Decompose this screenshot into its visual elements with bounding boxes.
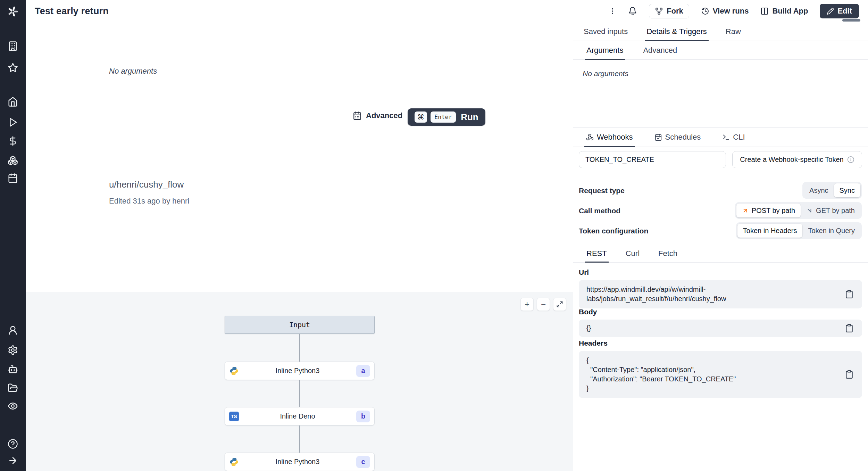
python-icon [229, 457, 239, 467]
typescript-icon: TS [229, 412, 239, 421]
copy-headers-button[interactable] [845, 370, 854, 379]
flow-path: u/henri/cushy_flow [109, 179, 184, 190]
headers-box: { "Content-Type": "application/json", "A… [579, 351, 862, 398]
graph-node-b[interactable]: TS Inline Deno b [225, 407, 375, 425]
node-id-badge: b [356, 411, 370, 422]
tab-fetch[interactable]: Fetch [657, 245, 678, 262]
fork-button[interactable]: Fork [649, 4, 689, 18]
graph-zoom-controls: + − [520, 298, 566, 311]
graph-node-c[interactable]: Inline Python3 c [225, 453, 375, 471]
windmill-flow-page: Test early return Fork View runs Build A… [0, 0, 868, 471]
view-runs-button[interactable]: View runs [701, 7, 749, 16]
calendar-check-icon [654, 133, 662, 141]
sidebar-divider [0, 82, 26, 82]
run-label: Run [461, 112, 478, 123]
zoom-in-button[interactable]: + [520, 298, 534, 311]
create-webhook-token-button[interactable]: Create a Webhook-specific Token [732, 151, 862, 168]
tab-curl[interactable]: Curl [625, 245, 641, 262]
clipboard-icon [845, 324, 854, 333]
graph-edge [299, 425, 300, 453]
node-id-badge: a [356, 365, 370, 377]
token-in-query-option[interactable]: Token in Query [802, 224, 860, 238]
page-title: Test early return [35, 6, 109, 16]
call-method-label: Call method [579, 207, 620, 215]
runs-play-icon[interactable] [8, 117, 18, 127]
settings-gear-icon[interactable] [8, 345, 18, 355]
top-header: Test early return Fork View runs Build A… [26, 0, 868, 22]
copy-url-button[interactable] [845, 290, 854, 299]
help-icon[interactable] [8, 439, 18, 449]
columns-icon [760, 7, 769, 15]
request-type-label: Request type [579, 187, 625, 195]
token-in-headers-option[interactable]: Token in Headers [737, 224, 803, 238]
clipboard-icon [845, 370, 854, 379]
fit-view-button[interactable] [553, 298, 566, 311]
post-by-path-option[interactable]: POST by path [736, 204, 801, 217]
webhook-icon [586, 133, 594, 141]
zoom-out-button[interactable]: − [537, 298, 550, 311]
tab-saved-inputs[interactable]: Saved inputs [583, 22, 629, 41]
fork-icon [655, 7, 663, 15]
resources-boxes-icon[interactable] [8, 155, 18, 166]
schedules-calendar-icon[interactable] [8, 173, 18, 183]
call-method-toggle: POST by path GET by path [735, 202, 862, 219]
tab-schedules[interactable]: Schedules [653, 128, 702, 147]
request-type-toggle: Async Sync [802, 182, 862, 199]
history-icon [701, 7, 709, 15]
token-config-label: Token configuration [579, 227, 648, 235]
url-label: Url [579, 268, 589, 276]
folders-icon[interactable] [8, 383, 18, 393]
expand-sidebar-arrow-icon[interactable] [8, 455, 18, 466]
token-input[interactable] [579, 151, 726, 168]
advanced-button[interactable]: Advanced [353, 111, 402, 120]
terminal-icon [722, 133, 730, 141]
kebab-menu-icon[interactable] [609, 7, 616, 16]
async-option[interactable]: Async [804, 183, 834, 197]
body-box: {} [579, 320, 862, 337]
panel-tabs: Saved inputs Details & Triggers Raw [573, 22, 868, 41]
no-arguments-text: No arguments [109, 67, 157, 76]
tab-cli[interactable]: CLI [721, 128, 746, 147]
code-example-tabs: REST Curl Fetch [573, 245, 868, 263]
home-icon[interactable] [8, 97, 18, 107]
workers-bot-icon[interactable] [8, 364, 18, 374]
clipboard-icon [845, 290, 854, 299]
details-panel: Saved inputs Details & Triggers Raw Argu… [573, 22, 868, 471]
windmill-logo-icon[interactable] [6, 5, 19, 18]
edit-button[interactable]: Edit [820, 4, 859, 18]
bell-icon[interactable] [628, 7, 637, 16]
scrollbar-thumb[interactable] [842, 19, 860, 22]
variables-dollar-icon[interactable] [8, 136, 18, 146]
python-icon [229, 366, 239, 376]
tab-details-triggers[interactable]: Details & Triggers [645, 22, 708, 41]
url-value: https://app.windmill.dev/api/w/windmill-… [579, 280, 862, 308]
enter-key-badge: Enter [431, 111, 456, 123]
tab-rest[interactable]: REST [585, 245, 608, 262]
headers-label: Headers [579, 339, 608, 347]
token-config-toggle: Token in Headers Token in Query [736, 222, 862, 239]
headers-value: { "Content-Type": "application/json", "A… [579, 351, 862, 398]
tab-advanced[interactable]: Advanced [642, 41, 678, 59]
node-id-badge: c [356, 456, 370, 468]
tab-arguments[interactable]: Arguments [585, 41, 624, 59]
user-icon[interactable] [8, 325, 18, 336]
graph-edge [299, 334, 300, 362]
sidebar [0, 0, 26, 471]
graph-node-input[interactable]: Input [225, 316, 375, 334]
copy-body-button[interactable] [845, 324, 854, 333]
get-by-path-option[interactable]: GET by path [801, 204, 860, 217]
edited-info: Edited 31s ago by henri [109, 197, 189, 206]
tab-raw[interactable]: Raw [725, 22, 742, 41]
panel-no-arguments-text: No arguments [583, 69, 628, 78]
workspace-icon[interactable] [8, 41, 18, 51]
build-app-button[interactable]: Build App [760, 7, 808, 16]
tab-webhooks[interactable]: Webhooks [585, 128, 634, 147]
pencil-icon [827, 8, 834, 15]
favorites-star-icon[interactable] [8, 63, 18, 73]
graph-node-a[interactable]: Inline Python3 a [225, 362, 375, 380]
trigger-tabs: Webhooks Schedules CLI [573, 127, 868, 147]
audit-eye-icon[interactable] [8, 401, 18, 411]
arrow-down-right-icon [806, 207, 813, 214]
run-button[interactable]: ⌘ Enter Run [408, 108, 485, 126]
sync-option[interactable]: Sync [834, 183, 860, 197]
